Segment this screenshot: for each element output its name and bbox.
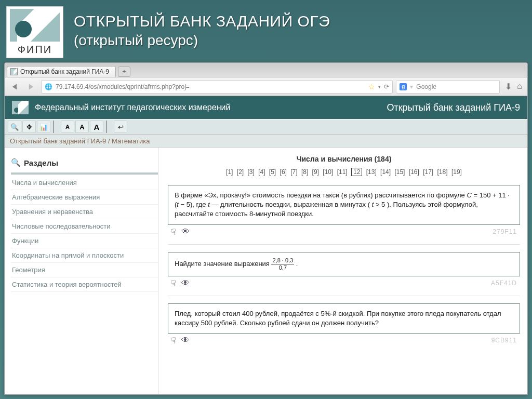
sidebar-item-1[interactable]: Алгебраические выражения xyxy=(11,190,158,205)
url-text: 79.174.69.4/os/xmodules/qprint/afrms.php… xyxy=(56,83,190,90)
google-icon: g xyxy=(400,83,407,90)
task-box-0: В фирме «Эх, прокачу!» стоимость поездки… xyxy=(168,185,520,225)
page-link-3[interactable]: [3] xyxy=(247,168,254,176)
download-icon[interactable]: ⬇ xyxy=(505,82,512,91)
page-link-18[interactable]: [18] xyxy=(437,168,448,176)
tab-title: Открытый банк заданий ГИА-9 xyxy=(20,68,109,75)
urlbar-dropdown-icon[interactable]: ▾ xyxy=(378,84,381,89)
page-link-9[interactable]: [9] xyxy=(312,168,319,176)
sidebar-item-2[interactable]: Уравнения и неравенства xyxy=(11,205,158,219)
select-icon[interactable]: ☟ xyxy=(171,336,176,345)
page-link-1[interactable]: [1] xyxy=(226,168,233,176)
browser-window: Открытый банк заданий ГИА-9 + 🌐 79.174.6… xyxy=(4,62,528,395)
search-placeholder: Google xyxy=(416,83,436,90)
tool-font-a1-icon[interactable]: A xyxy=(61,121,74,133)
url-bar[interactable]: 🌐 79.174.69.4/os/xmodules/qprint/afrms.p… xyxy=(41,80,393,94)
globe-icon: 🌐 xyxy=(45,83,52,90)
task-id: 279F11 xyxy=(493,228,517,235)
eye-icon[interactable]: 👁 xyxy=(181,278,190,288)
page-link-12[interactable]: 12 xyxy=(351,168,362,176)
search-bar[interactable]: g ▾ Google xyxy=(396,80,500,94)
back-button[interactable] xyxy=(8,80,21,94)
site-logo-icon xyxy=(12,101,29,114)
page-link-7[interactable]: [7] xyxy=(290,168,297,176)
sidebar-item-5[interactable]: Координаты на прямой и плоскости xyxy=(11,248,158,263)
home-icon[interactable]: ⌂ xyxy=(517,82,522,91)
new-tab-button[interactable]: + xyxy=(118,66,130,77)
tool-search-icon[interactable]: 🔍 xyxy=(8,121,21,133)
page-link-8[interactable]: [8] xyxy=(301,168,308,176)
search-icon: 🔍 xyxy=(11,158,21,167)
bookmark-icon[interactable]: ☆ xyxy=(368,83,375,91)
site-header: Федеральный институт педагогических изме… xyxy=(5,96,527,119)
sidebar-item-7[interactable]: Статистика и теория вероятностей xyxy=(11,277,158,292)
page-link-5[interactable]: [5] xyxy=(269,168,276,176)
favicon-icon xyxy=(10,68,18,75)
select-icon[interactable]: ☟ xyxy=(171,278,176,288)
eye-icon[interactable]: 👁 xyxy=(181,227,190,236)
select-icon[interactable]: ☟ xyxy=(171,227,176,237)
tool-font-a2-icon[interactable]: A xyxy=(75,121,89,133)
page-link-10[interactable]: [10] xyxy=(323,168,333,176)
site-title-right: Открытый банк заданий ГИА-9 xyxy=(387,102,520,113)
main-content: Числа и вычисления (184) [1] [2] [3] [4]… xyxy=(158,148,527,394)
pager: [1] [2] [3] [4] [5] [6] [7] [8] [9] [10]… xyxy=(168,168,520,176)
tool-stats-icon[interactable]: 📊 xyxy=(37,121,50,133)
task-id: A5F41D xyxy=(491,280,517,287)
nav-toolbar: 🌐 79.174.69.4/os/xmodules/qprint/afrms.p… xyxy=(5,77,527,96)
section-heading: Числа и вычисления (184) xyxy=(168,155,520,163)
reload-icon[interactable]: ⟳ xyxy=(384,83,389,90)
page-link-16[interactable]: [16] xyxy=(409,168,419,176)
eye-icon[interactable]: 👁 xyxy=(181,336,190,345)
tool-font-a3-icon[interactable]: A xyxy=(90,121,103,133)
page-subtitle: (открытый ресурс) xyxy=(74,32,330,49)
tab-strip: Открытый банк заданий ГИА-9 + xyxy=(5,63,527,77)
sidebar-item-4[interactable]: Функции xyxy=(11,234,158,248)
breadcrumb: Открытый банк заданий ГИА-9 / Математика xyxy=(5,135,527,148)
site-title-left: Федеральный институт педагогических изме… xyxy=(35,103,230,112)
page-link-11[interactable]: [11] xyxy=(337,168,348,176)
page-link-15[interactable]: [15] xyxy=(394,168,405,176)
task-box-1: Найдите значение выражения 2,8 · 0,30,7 … xyxy=(168,252,520,276)
fipi-caption: ФИПИ xyxy=(18,44,52,56)
app-toolbar: 🔍 ✥ 📊 A A A ↩ xyxy=(5,119,527,135)
task-id: 9CB911 xyxy=(491,337,517,344)
page-link-14[interactable]: [14] xyxy=(380,168,391,176)
page-title: ОТКРЫТЫЙ БАНК ЗАДАНИЙ ОГЭ xyxy=(74,12,330,30)
page-link-2[interactable]: [2] xyxy=(237,168,244,176)
page-link-4[interactable]: [4] xyxy=(258,168,265,176)
forward-button[interactable] xyxy=(24,80,38,94)
sidebar-item-0[interactable]: Числа и вычисления xyxy=(11,176,158,190)
sidebar-title: 🔍 Разделы xyxy=(11,156,158,171)
task-box-2: Плед, который стоил 400 рублей, продаётс… xyxy=(168,303,520,334)
sidebar-item-6[interactable]: Геометрия xyxy=(11,263,158,277)
page-link-19[interactable]: [19] xyxy=(451,168,462,176)
page-link-13[interactable]: [13] xyxy=(366,168,377,176)
browser-tab[interactable]: Открытый банк заданий ГИА-9 xyxy=(7,66,116,77)
fipi-logo: ФИПИ xyxy=(6,6,63,58)
page-link-17[interactable]: [17] xyxy=(423,168,433,176)
tool-cursor-icon[interactable]: ✥ xyxy=(22,121,36,133)
page-link-6[interactable]: [6] xyxy=(280,168,287,176)
tool-back-icon[interactable]: ↩ xyxy=(114,121,127,133)
sidebar-item-3[interactable]: Числовые последовательности xyxy=(11,219,158,234)
sidebar: 🔍 Разделы Числа и вычисленияАлгебраическ… xyxy=(5,148,158,394)
